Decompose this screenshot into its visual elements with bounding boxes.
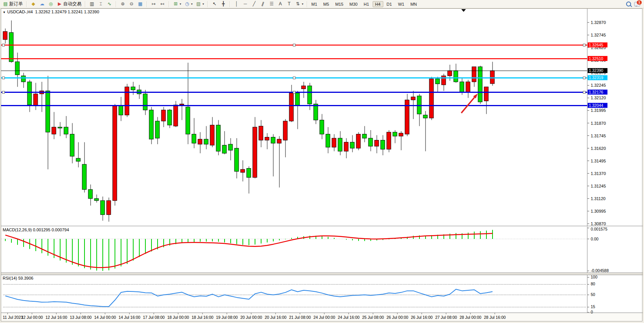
toolbar-separator (147, 1, 147, 7)
toolbar-group: │─╱∥☰AT⇅▾ (231, 0, 306, 8)
timeframe-m5-button[interactable]: M5 (320, 1, 332, 7)
svg-text:14 Jul 16:00: 14 Jul 16:00 (118, 315, 140, 320)
candlestick-chart-button[interactable]: ⌶ (96, 0, 105, 8)
toolbar-group: ▤新订单 (0, 0, 26, 8)
svg-text:27 Jul 08:00: 27 Jul 08:00 (435, 315, 457, 320)
toolbar-separator (169, 1, 169, 7)
tile-windows-icon: ▦ (137, 1, 143, 7)
mt4-window: ▤新订单◆☁◎▶自动交易▥⌶∿⊕⊖▦↦↤⊞▾◷▾▧▾↖╋│─╱∥☰AT⇅▾M1M… (0, 0, 644, 323)
toolbar-separator (116, 1, 116, 7)
fibonacci-button[interactable]: ☰ (267, 0, 276, 8)
line-chart-icon: ∿ (107, 1, 112, 7)
svg-text:1.30995: 1.30995 (591, 209, 606, 213)
chart-canvas[interactable]: 1.328701.327451.326201.324951.323701.322… (0, 0, 644, 323)
macd-indicator-label: MACD(12,26,9) 0.001295 0.000794 (3, 228, 69, 232)
symbol-period-label: USDCAD-,H4 (7, 10, 33, 14)
svg-text:26 Jul 00:00: 26 Jul 00:00 (386, 315, 408, 320)
indicators-button[interactable]: ⊞▾ (171, 0, 183, 8)
toolbar-separator (230, 1, 230, 7)
autotrading-label: 自动交易 (63, 1, 81, 7)
text-button[interactable]: A (276, 0, 285, 8)
chevron-down-icon: ▾ (180, 2, 181, 6)
chevron-down-icon: ▾ (191, 2, 193, 6)
toolbar-separator (307, 1, 308, 7)
timeframe-h1-button[interactable]: H1 (361, 1, 371, 7)
svg-text:28 Jul 16:00: 28 Jul 16:00 (484, 315, 505, 320)
styler-icon: ◆ (30, 1, 36, 7)
svg-text:1.32044: 1.32044 (589, 103, 603, 108)
svg-text:1.32245: 1.32245 (591, 83, 606, 88)
horizontal-line-icon: ─ (242, 1, 248, 7)
chart-dropdown-icon[interactable]: ▼ (3, 11, 6, 14)
templates-button[interactable]: ▧▾ (194, 0, 206, 8)
text-label-button[interactable]: T (285, 0, 293, 8)
svg-text:26 Jul 16:00: 26 Jul 16:00 (411, 315, 432, 320)
timeframe-h4-button[interactable]: H4 (373, 1, 383, 7)
cursor-button[interactable]: ↖ (210, 0, 219, 8)
tile-windows-button[interactable]: ▦ (136, 0, 145, 8)
styler-button[interactable]: ◆ (29, 0, 38, 8)
periods-button[interactable]: ◷▾ (183, 0, 194, 8)
equidistant-channel-button[interactable]: ∥ (258, 0, 267, 8)
svg-text:1.31745: 1.31745 (591, 134, 606, 138)
svg-text:28 Jul 00:00: 28 Jul 00:00 (459, 315, 481, 320)
svg-text:19 Jul 08:00: 19 Jul 08:00 (216, 315, 238, 320)
new-order-label: 新订单 (9, 1, 23, 7)
svg-text:12 Jul 16:00: 12 Jul 16:00 (45, 315, 67, 320)
horizontal-line-button[interactable]: ─ (241, 0, 250, 8)
toolbar-group: ◆☁◎▶自动交易 (28, 0, 84, 8)
timeframe-w1-button[interactable]: W1 (395, 1, 407, 7)
zoom-in-icon: ⊕ (120, 1, 126, 7)
timeframe-m15-button[interactable]: M15 (333, 1, 346, 7)
rsi-indicator-label: RSI(14) 59.3906 (3, 276, 33, 280)
svg-text:18 Jul 16:00: 18 Jul 16:00 (191, 315, 213, 320)
svg-text:50: 50 (591, 292, 595, 297)
auto-scroll-icon: ↦ (151, 1, 156, 7)
svg-text:1.32120: 1.32120 (591, 95, 606, 100)
terminal-button[interactable]: ☁ (38, 0, 46, 8)
arrows-button[interactable]: ⇅▾ (293, 0, 305, 8)
search-icon[interactable] (626, 2, 631, 6)
svg-text:1.31870: 1.31870 (591, 121, 606, 126)
svg-text:18 Jul 00:00: 18 Jul 00:00 (167, 315, 189, 320)
zoom-out-button[interactable]: ⊖ (127, 0, 136, 8)
svg-text:1.32319: 1.32319 (589, 75, 603, 80)
svg-text:1.31995: 1.31995 (591, 108, 606, 113)
zoom-in-button[interactable]: ⊕ (118, 0, 127, 8)
chart-shift-button[interactable]: ↤ (158, 0, 167, 8)
svg-text:1.30870: 1.30870 (591, 221, 606, 226)
auto-scroll-button[interactable]: ↦ (149, 0, 158, 8)
svg-text:15: 15 (591, 304, 595, 309)
chevron-down-icon: ▾ (202, 2, 204, 6)
strategy-tester-button[interactable]: ◎ (46, 0, 55, 8)
cursor-icon: ↖ (212, 1, 217, 7)
bar-chart-icon: ▥ (89, 1, 95, 7)
chevron-down-icon: ▾ (302, 2, 303, 6)
new-order-icon: ▤ (3, 1, 8, 7)
timeframe-m30-button[interactable]: M30 (347, 1, 360, 7)
zoom-out-icon: ⊖ (129, 1, 134, 7)
timeframe-m1-button[interactable]: M1 (309, 1, 320, 7)
strategy-tester-icon: ◎ (48, 1, 54, 7)
svg-text:0.00: 0.00 (591, 237, 599, 241)
bar-chart-button[interactable]: ▥ (88, 0, 96, 8)
svg-text:1.31120: 1.31120 (591, 196, 606, 201)
svg-text:1.31245: 1.31245 (591, 184, 606, 188)
crosshair-button[interactable]: ╋ (219, 0, 228, 8)
trendline-button[interactable]: ╱ (250, 0, 258, 8)
svg-text:1.32870: 1.32870 (591, 20, 606, 25)
svg-text:25 Jul 08:00: 25 Jul 08:00 (362, 315, 384, 320)
autotrading-button[interactable]: ▶自动交易 (55, 0, 83, 8)
timeframe-d1-button[interactable]: D1 (384, 1, 395, 7)
new-order-button[interactable]: ▤新订单 (1, 0, 24, 8)
templates-icon: ▧ (196, 1, 201, 7)
timeframe-mn-button[interactable]: MN (408, 1, 419, 7)
text-label-icon: T (286, 1, 292, 7)
vertical-line-button[interactable]: │ (232, 0, 241, 8)
svg-text:0.001575: 0.001575 (591, 227, 607, 231)
svg-text:1.32176: 1.32176 (589, 90, 603, 94)
notifications-icon[interactable]: 1 (634, 2, 640, 6)
line-chart-button[interactable]: ∿ (105, 0, 114, 8)
terminal-icon: ☁ (39, 1, 45, 7)
notification-badge: 1 (637, 0, 642, 5)
